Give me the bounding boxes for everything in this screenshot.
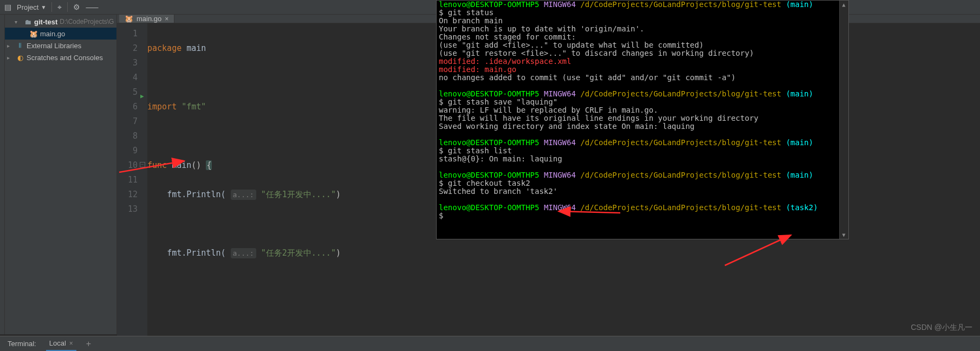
term-line: (use "git restore <file>..." to discard … [439, 49, 846, 57]
separator [67, 2, 68, 12]
term-line: lenovo@DESKTOP-OOMTHP5 MINGW64 /d/CodePr… [439, 139, 846, 147]
project-label: Project [17, 3, 38, 11]
line-no: 3 [117, 56, 138, 70]
line-no: 8 [117, 129, 138, 144]
scratches-label: Scratches and Consoles [27, 54, 103, 62]
gutter: 1 2 3 4 5 6 7 8 9 10 11 12 13 ▶ [117, 23, 147, 351]
tree-scratches[interactable]: ▸ ◐ Scratches and Consoles [5, 51, 116, 63]
chevron-down-icon: ▾ [15, 19, 21, 25]
run-icon[interactable]: ▶ [140, 89, 144, 103]
str: "任务2开发中...." [261, 248, 336, 258]
scratches-icon: ◐ [16, 54, 24, 62]
line-no: 13 [117, 202, 138, 217]
term-line: lenovo@DESKTOP-OOMTHP5 MINGW64 /d/CodePr… [439, 1, 846, 9]
term-line: no changes added to commit (use "git add… [439, 74, 846, 82]
tree-root[interactable]: ▾ 🖿 git-test D:\CodeProjects\G [5, 16, 116, 28]
chevron-right-icon: ▸ [7, 55, 14, 61]
chevron-down-icon: ▼ [41, 4, 46, 10]
str: "fmt" [181, 102, 206, 112]
term-line [439, 163, 846, 171]
separator [51, 2, 52, 12]
kw: func [147, 160, 167, 170]
watermark: CSDN @小生凡一 [911, 323, 972, 333]
line-no: 9 [117, 144, 138, 158]
term-line [439, 131, 846, 139]
term-line: On branch main [439, 17, 846, 25]
term-line: modified: .idea/workspace.xml [439, 57, 846, 66]
term-line: $ git stash save "laquing" [439, 98, 846, 106]
chevron-right-icon: ▸ [7, 43, 14, 49]
paren: ) [336, 248, 341, 258]
go-file-icon: 🐹 [29, 30, 38, 38]
project-icon: ▤ [4, 3, 11, 11]
root-path: D:\CodeProjects\G [60, 18, 114, 25]
file-tree: ▾ 🖿 git-test D:\CodeProjects\G 🐹 main.go… [5, 15, 116, 63]
tree-file-main[interactable]: 🐹 main.go [5, 28, 116, 40]
call: fmt.Println( [167, 248, 225, 258]
scroll-up-icon[interactable]: ▲ [840, 1, 848, 9]
fold-icon[interactable]: − [140, 162, 145, 167]
line-no: 6 [117, 100, 138, 114]
line-no: 5 [117, 85, 138, 100]
file-label: main.go [40, 30, 65, 38]
term-line: warning: LF will be replaced by CRLF in … [439, 106, 846, 114]
str: "任务1开发中...." [261, 190, 336, 199]
line-no: 2 [117, 41, 138, 56]
line-no: 7 [117, 114, 138, 129]
term-line: Saved working directory and index state … [439, 122, 846, 131]
tab-label: Local [49, 339, 66, 347]
call: fmt.Println( [167, 190, 225, 199]
term-line: stash@{0}: On main: laquing [439, 155, 846, 163]
line-no: 12 [117, 187, 138, 202]
terminal[interactable]: lenovo@DESKTOP-OOMTHP5 MINGW64 /d/CodePr… [436, 0, 849, 239]
term-line: $ git stash list [439, 147, 846, 155]
param-hint: a...: [231, 248, 256, 258]
term-line: lenovo@DESKTOP-OOMTHP5 MINGW64 /d/CodePr… [439, 171, 846, 179]
term-line [439, 196, 846, 204]
term-line: Changes not staged for commit: [439, 33, 846, 41]
folder-icon: 🖿 [23, 18, 32, 26]
code-text[interactable]: package main import "fmt" −func main() {… [147, 23, 349, 351]
line-no: 1 [117, 27, 138, 41]
left-gutter [0, 15, 5, 334]
term-line: Your branch is up to date with 'origin/m… [439, 25, 846, 33]
line-no: 4 [117, 70, 138, 85]
bottom-toolwindow-bar: Terminal: Local × + [0, 336, 980, 351]
param-hint: a...: [231, 190, 256, 200]
tab-main-go[interactable]: 🐹 main.go × [119, 15, 174, 23]
project-panel: ▾ 🖿 git-test D:\CodeProjects\G 🐹 main.go… [5, 15, 117, 334]
term-line: $ [439, 212, 846, 220]
fn-name: main [172, 160, 191, 170]
term-line: (use "git add <file>..." to update what … [439, 41, 846, 49]
ext-lib-label: External Libraries [27, 42, 81, 50]
line-no: 10 [117, 158, 138, 173]
project-dropdown[interactable]: Project ▼ [17, 3, 46, 11]
line-no: 11 [117, 173, 138, 187]
tab-label: main.go [137, 15, 161, 23]
close-icon[interactable]: × [69, 340, 73, 347]
gear-icon[interactable]: ⚙ [73, 3, 80, 11]
ident: main [186, 43, 206, 53]
libraries-icon: ⫴ [16, 41, 24, 50]
term-line: modified: main.go [439, 66, 846, 74]
term-line: $ git status [439, 9, 846, 17]
term-line: The file will have its original line end… [439, 114, 846, 122]
target-icon[interactable]: ⌖ [57, 3, 62, 12]
add-terminal-button[interactable]: + [86, 339, 91, 349]
go-file-icon: 🐹 [125, 15, 133, 23]
kw: import [147, 102, 177, 112]
scroll-down-icon[interactable]: ▼ [840, 231, 848, 239]
term-line: $ git checkout task2 [439, 179, 846, 187]
terminal-tab-local[interactable]: Local × [46, 336, 76, 351]
terminal-label: Terminal: [8, 340, 36, 348]
paren: ) [336, 190, 341, 199]
term-line: Switched to branch 'task2' [439, 187, 846, 196]
root-name: git-test [34, 18, 57, 26]
term-line [439, 82, 846, 90]
scrollbar[interactable]: ▲ ▼ [839, 1, 848, 239]
close-icon[interactable]: × [165, 15, 168, 23]
tree-external-libs[interactable]: ▸ ⫴ External Libraries [5, 40, 116, 51]
term-line: lenovo@DESKTOP-OOMTHP5 MINGW64 /d/CodePr… [439, 90, 846, 98]
collapse-icon[interactable]: —— [86, 3, 95, 11]
term-line: lenovo@DESKTOP-OOMTHP5 MINGW64 /d/CodePr… [439, 204, 846, 212]
